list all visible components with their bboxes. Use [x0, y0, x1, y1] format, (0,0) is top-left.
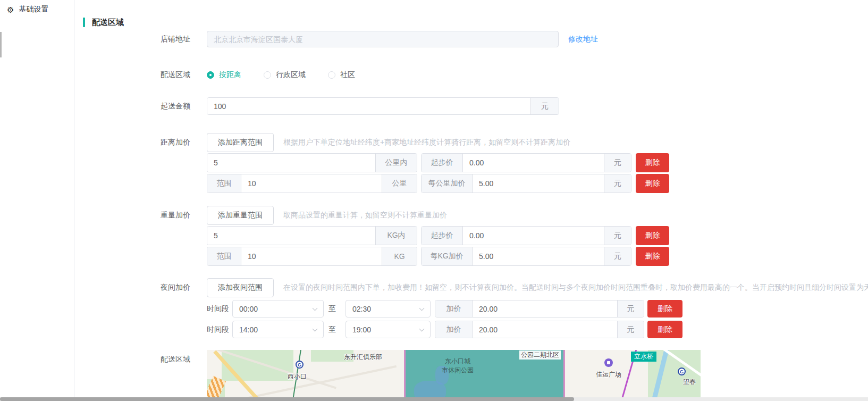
- area-mode-label: 配送区域: [75, 70, 207, 80]
- add-weight-range-button[interactable]: 添加重量范围: [207, 206, 274, 225]
- map-label-wangchun[interactable]: 望春: [683, 378, 696, 387]
- map-label-lishuiqiao[interactable]: 立水桥: [631, 352, 656, 362]
- delete-button[interactable]: 删除: [647, 300, 682, 318]
- delete-button[interactable]: 删除: [636, 153, 669, 172]
- weight-unit-suffix: KG: [382, 247, 417, 265]
- range-prefix: 范围: [207, 174, 241, 193]
- start-time-select[interactable]: 00:00: [232, 300, 324, 318]
- horizontal-scrollbar-track[interactable]: [0, 397, 868, 401]
- sidebar-item-basic-settings[interactable]: ⚙ 基础设置: [0, 0, 74, 19]
- map-label-dongxiaokou-city[interactable]: 东小口城: [445, 357, 470, 366]
- time-period-label: 时间段: [207, 304, 229, 314]
- night-price-input[interactable]: [473, 300, 617, 317]
- price-unit-suffix: 元: [604, 227, 631, 245]
- per-km-price-prefix: 每公里加价: [422, 174, 473, 193]
- per-kg-price-prefix: 每KG加价: [422, 247, 473, 265]
- delete-button[interactable]: 删除: [636, 247, 669, 266]
- weight-header-row: 重量加价 添加重量范围 取商品设置的重量计算，如留空则不计算重量加价: [75, 206, 868, 225]
- price-unit-suffix: 元: [617, 321, 644, 338]
- sidebar-scrollbar[interactable]: [0, 32, 2, 57]
- sidebar-item-label: 基础设置: [19, 5, 48, 14]
- weight-row-2: 范围 KG 每KG加价 元 删除: [75, 247, 868, 266]
- night-price-prefix: 加价: [435, 321, 473, 338]
- radio-by-distance[interactable]: 按距离: [207, 70, 241, 80]
- chevron-down-icon: [313, 306, 318, 311]
- delete-button[interactable]: 删除: [636, 226, 669, 245]
- map-label-leisure-park[interactable]: 市休闲公园: [442, 366, 474, 375]
- distance-hint: 根据用户下单定位地址经纬度+商家地址经纬度计算骑行距离，如留空则不计算距离加价: [283, 138, 570, 147]
- base-price-prefix: 起步价: [422, 227, 463, 245]
- distance-unit-suffix: 公里内: [375, 154, 417, 172]
- price-unit-suffix: 元: [604, 247, 631, 265]
- to-label: 至: [328, 325, 336, 335]
- section-accent-bar: [83, 18, 85, 27]
- night-label: 夜间加价: [75, 283, 207, 293]
- weight-range-input[interactable]: [241, 247, 382, 265]
- section-header: 配送区域: [83, 18, 868, 27]
- distance-range-input[interactable]: [207, 154, 375, 172]
- metro-station-icon[interactable]: G: [296, 361, 304, 369]
- weight-row-1: KG内 起步价 元 删除: [75, 226, 868, 245]
- base-price-input[interactable]: [463, 227, 604, 245]
- radio-unselected-icon: [328, 71, 335, 79]
- store-address-field[interactable]: [207, 31, 559, 47]
- add-night-range-button[interactable]: 添加夜间范围: [207, 278, 274, 297]
- map-label-park-phase2-north[interactable]: 公园二期北区: [519, 350, 561, 360]
- start-time-select[interactable]: 14:00: [232, 321, 324, 338]
- night-hint: 在设置的夜间时间范围内下单，加收费用！如留空，则不计算夜间加价。当配送时间与多个…: [283, 283, 868, 293]
- weight-range-input[interactable]: [207, 227, 375, 245]
- night-price-input[interactable]: [473, 321, 617, 338]
- modify-address-link[interactable]: 修改地址: [568, 35, 598, 44]
- radio-community[interactable]: 社区: [328, 70, 355, 80]
- weight-hint: 取商品设置的重量计算，如留空则不计算重量加价: [283, 211, 447, 220]
- chevron-down-icon: [313, 327, 318, 332]
- store-address-row: 店铺地址 修改地址: [75, 31, 868, 47]
- delivery-map[interactable]: G 西小口 东升汇俱乐部 东小口城 市休闲公园 公园二期北区 立水桥 佳运广场 …: [207, 350, 701, 399]
- distance-unit-suffix: 公里: [382, 174, 417, 193]
- delete-button[interactable]: 删除: [647, 321, 682, 338]
- night-row-2: 时间段 14:00 至 19:00 加价 元 删除: [75, 321, 868, 338]
- store-address-label: 店铺地址: [75, 35, 207, 44]
- to-label: 至: [328, 304, 336, 314]
- radio-admin-region[interactable]: 行政区域: [264, 70, 306, 80]
- radio-selected-icon: [207, 71, 214, 79]
- distance-row-2: 范围 公里 每公里加价 元 删除: [75, 174, 868, 193]
- min-order-input[interactable]: [207, 98, 530, 114]
- mall-poi-icon[interactable]: [604, 358, 613, 367]
- metro-station-icon[interactable]: G: [678, 367, 686, 375]
- weight-unit-suffix: KG内: [375, 227, 417, 245]
- distance-row-1: 公里内 起步价 元 删除: [75, 153, 868, 172]
- per-km-price-input[interactable]: [473, 174, 604, 193]
- price-unit-suffix: 元: [604, 154, 631, 172]
- page-title: 配送区域: [92, 18, 124, 28]
- min-order-row: 起送金额 元: [75, 97, 868, 115]
- map-label-dongshenghui-club[interactable]: 东升汇俱乐部: [344, 353, 382, 362]
- distance-header-row: 距离加价 添加距离范围 根据用户下单定位地址经纬度+商家地址经纬度计算骑行距离，…: [75, 133, 868, 152]
- price-unit-suffix: 元: [604, 174, 631, 193]
- per-kg-price-input[interactable]: [473, 247, 604, 265]
- radio-unselected-icon: [264, 71, 271, 79]
- night-row-1: 时间段 00:00 至 02:30 加价 元 删除: [75, 300, 868, 318]
- min-order-label: 起送金额: [75, 102, 207, 111]
- price-unit-suffix: 元: [617, 300, 644, 317]
- sidebar: ⚙ 基础设置: [0, 0, 74, 401]
- end-time-select[interactable]: 19:00: [345, 321, 431, 338]
- chevron-down-icon: [419, 327, 425, 332]
- base-price-prefix: 起步价: [422, 154, 463, 172]
- delivery-area-radio-group: 按距离 行政区域 社区: [207, 70, 355, 80]
- horizontal-scrollbar-thumb[interactable]: [0, 397, 574, 401]
- night-price-prefix: 加价: [435, 300, 473, 317]
- min-order-unit: 元: [530, 98, 559, 114]
- weight-label: 重量加价: [75, 211, 207, 220]
- time-period-label: 时间段: [207, 325, 229, 335]
- map-label-jiayun-plaza[interactable]: 佳运广场: [596, 370, 621, 379]
- add-distance-range-button[interactable]: 添加距离范围: [207, 133, 274, 152]
- end-time-select[interactable]: 02:30: [345, 300, 431, 318]
- main-content: 配送区域 店铺地址 修改地址 配送区域 按距离 行政区域 社区 起送金额: [75, 0, 868, 401]
- map-row: 配送区域 G 西小口 东升汇俱乐部 东小口城 市休闲公园: [75, 350, 868, 399]
- map-label-xixiaokou[interactable]: 西小口: [288, 372, 307, 381]
- delete-button[interactable]: 删除: [636, 174, 669, 193]
- base-price-input[interactable]: [463, 154, 604, 172]
- distance-range-input[interactable]: [241, 174, 382, 193]
- night-header-row: 夜间加价 添加夜间范围 在设置的夜间时间范围内下单，加收费用！如留空，则不计算夜…: [75, 278, 868, 297]
